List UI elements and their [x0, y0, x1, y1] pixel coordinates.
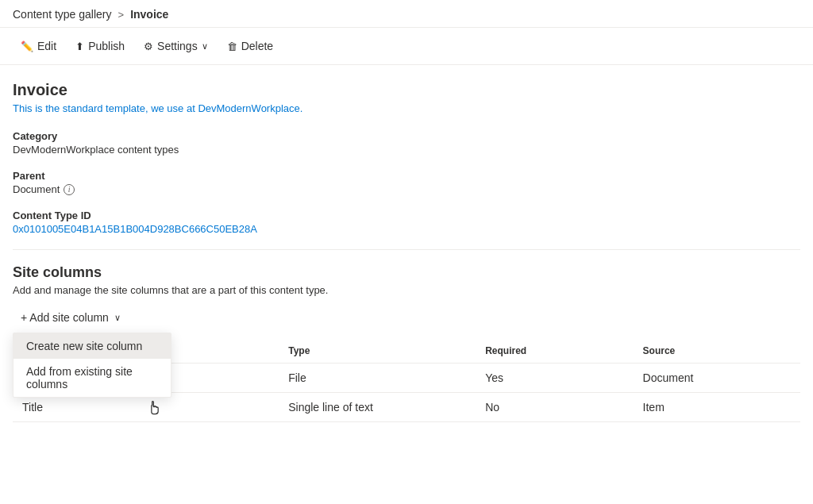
add-site-column-button[interactable]: + Add site column ∨ — [13, 307, 129, 328]
category-section: Category DevModernWorkplace content type… — [13, 130, 800, 156]
page-title: Invoice — [13, 81, 800, 99]
cell-type: Single line of text — [288, 393, 485, 422]
content-type-id-section: Content Type ID 0x0101005E04B1A15B1B004D… — [13, 210, 800, 235]
breadcrumb-gallery-link[interactable]: Content type gallery — [13, 8, 112, 21]
cell-required: No — [485, 393, 642, 422]
breadcrumb-separator: > — [118, 9, 125, 21]
category-label: Category — [13, 130, 800, 142]
content-type-id-label: Content Type ID — [13, 210, 800, 221]
site-columns-title: Site columns — [13, 264, 800, 281]
category-value: DevModernWorkplace content types — [13, 144, 800, 156]
section-divider — [13, 249, 800, 250]
settings-label: Settings — [157, 40, 198, 52]
add-column-label: + Add site column — [21, 311, 109, 324]
add-from-existing-item[interactable]: Add from existing site columns — [13, 359, 171, 397]
settings-icon: ⚙ — [144, 40, 153, 52]
publish-button[interactable]: ⬆ Publish — [67, 36, 133, 56]
add-column-dropdown: Create new site column Add from existing… — [13, 333, 171, 398]
edit-button[interactable]: ✏️ Edit — [13, 36, 64, 56]
create-new-site-column-item[interactable]: Create new site column — [13, 333, 171, 359]
edit-icon: ✏️ — [21, 40, 33, 52]
page-description: This is the standard template, we use at… — [13, 102, 800, 114]
parent-value: Document — [13, 183, 60, 195]
breadcrumb: Content type gallery > Invoice — [0, 0, 813, 28]
delete-button[interactable]: 🗑 Delete — [219, 36, 281, 56]
col-header-required: Required — [485, 339, 642, 364]
settings-button[interactable]: ⚙ Settings ∨ — [136, 36, 216, 56]
add-column-chevron-icon: ∨ — [114, 313, 121, 323]
cell-type: File — [288, 364, 485, 393]
parent-value-container: Document i — [13, 183, 800, 195]
publish-label: Publish — [88, 40, 125, 52]
toolbar: ✏️ Edit ⬆ Publish ⚙ Settings ∨ 🗑 Delete — [0, 28, 813, 65]
col-header-source: Source — [643, 339, 800, 364]
settings-chevron-icon: ∨ — [202, 41, 208, 52]
cell-source: Item — [643, 393, 800, 422]
col-header-type: Type — [288, 339, 485, 364]
content-type-id-value: 0x0101005E04B1A15B1B004D928BC666C50EB28A — [13, 223, 800, 235]
parent-info-icon[interactable]: i — [64, 184, 75, 195]
delete-label: Delete — [241, 40, 273, 52]
parent-section: Parent Document i — [13, 170, 800, 195]
main-content: Invoice This is the standard template, w… — [0, 65, 813, 422]
breadcrumb-current: Invoice — [130, 8, 168, 21]
add-column-container: + Add site column ∨ Create new site colu… — [13, 307, 129, 329]
parent-label: Parent — [13, 170, 800, 182]
site-columns-section: Site columns Add and manage the site col… — [13, 264, 800, 422]
publish-icon: ⬆ — [75, 40, 84, 52]
cell-required: Yes — [485, 364, 642, 393]
site-columns-description: Add and manage the site columns that are… — [13, 284, 800, 296]
edit-label: Edit — [37, 40, 56, 52]
delete-icon: 🗑 — [227, 40, 237, 52]
cell-source: Document — [643, 364, 800, 393]
